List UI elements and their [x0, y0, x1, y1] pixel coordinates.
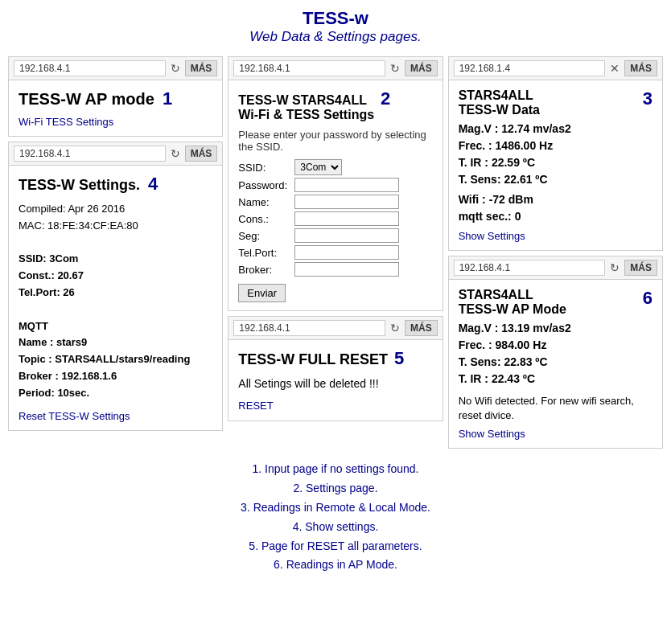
- panel-6-title-row: 6 STARS4ALL TESS-W AP Mode: [459, 288, 652, 317]
- panel-3: 192.168.1.4 ✕ MÁS 3 STARS4ALL TESS-W Dat…: [448, 56, 663, 251]
- panel-6-frec: Frec. : 984.00 Hz: [459, 337, 652, 354]
- page-subtitle: Web Data & Settings pages.: [8, 29, 663, 45]
- panel-3-close-icon[interactable]: ✕: [610, 62, 620, 75]
- panel-2: 192.168.4.1 ↻ MÁS TESS-W STARS4ALL Wi-Fi…: [228, 56, 443, 311]
- telport-input[interactable]: [294, 245, 399, 260]
- seg-field-label: Seg:: [238, 230, 294, 242]
- panel-1-reload-icon[interactable]: ↻: [171, 62, 180, 75]
- panel-1-title: TESS-W AP mode: [19, 90, 154, 109]
- panel-1-mas-button[interactable]: MÁS: [185, 60, 218, 76]
- legend-item: 3. Readings in Remote & Local Mode.: [8, 498, 663, 518]
- panel-5: 192.168.4.1 ↻ MÁS TESS-W FULL RESET 5 Al…: [228, 316, 443, 421]
- panel-5-title: TESS-W FULL RESET: [238, 351, 388, 368]
- panel-2-bar: 192.168.4.1 ↻ MÁS: [228, 57, 442, 80]
- panel-3-t-ir: T. IR : 22.59 ºC: [459, 154, 652, 171]
- panel-5-reload-icon[interactable]: ↻: [390, 322, 400, 334]
- panel-6-reload-icon[interactable]: ↻: [610, 261, 620, 274]
- panel-2-reload-icon[interactable]: ↻: [390, 62, 400, 75]
- panel-2-title-1: TESS-W STARS4ALL: [238, 93, 374, 108]
- panel-2-number: 2: [381, 88, 390, 109]
- panel-1-title-row: TESS-W AP mode 1: [19, 88, 212, 109]
- ssid-field-label: SSID:: [238, 162, 294, 174]
- name-field-label: Name:: [238, 196, 294, 208]
- compiled: Compiled: Apr 26 2016: [19, 201, 212, 218]
- panel-3-network: Wifi : -72 dBm mqtt sec.: 0: [459, 191, 652, 225]
- panel-3-frec: Frec. : 1486.00 Hz: [459, 137, 652, 154]
- name-row: Name:: [238, 195, 432, 209]
- broker-input[interactable]: [294, 262, 399, 277]
- panel-3-title-1: STARS4ALL: [459, 88, 652, 103]
- page-title: TESS-w: [8, 8, 663, 29]
- panel-4-bar: 192.168.4.1 ↻ MÁS: [9, 142, 222, 166]
- panel-3-mag-v: Mag.V : 12.74 mv/as2: [459, 121, 652, 137]
- name-input[interactable]: [294, 195, 399, 209]
- panel-3-wifi: Wifi : -72 dBm: [459, 191, 652, 208]
- panel-4-number: 4: [148, 174, 158, 195]
- panel-2-title-block: TESS-W STARS4ALL Wi-Fi & TESS Settings: [238, 93, 374, 122]
- panel-6-mag-v: Mag.V : 13.19 mv/as2: [459, 320, 652, 337]
- panel-3-data: Mag.V : 12.74 mv/as2 Frec. : 1486.00 Hz …: [459, 121, 652, 188]
- panel-6-show-settings-link[interactable]: Show Settings: [459, 428, 652, 440]
- broker-label: Broker : 192.168.1.6: [19, 370, 117, 382]
- panel-5-description: All Setings will be deleted !!!: [238, 377, 432, 390]
- panel-6-mas-button[interactable]: MÁS: [624, 260, 657, 276]
- panel-1-content: TESS-W AP mode 1 Wi-Fi TESS Settings: [9, 80, 222, 136]
- panel-1-number: 1: [163, 88, 172, 109]
- reset-button[interactable]: RESET: [238, 400, 273, 412]
- page-header: TESS-w Web Data & Settings pages.: [8, 8, 663, 45]
- panel-3-address[interactable]: 192.168.1.4: [454, 60, 606, 76]
- panel-4: 192.168.4.1 ↻ MÁS TESS-W Settings. 4 Com…: [8, 142, 223, 431]
- legend-item: 2. Settings page.: [8, 479, 663, 498]
- panel-4-content: TESS-W Settings. 4 Compiled: Apr 26 2016…: [9, 166, 222, 430]
- panel-3-bar: 192.168.1.4 ✕ MÁS: [449, 57, 662, 80]
- main-layout: 192.168.4.1 ↻ MÁS TESS-W AP mode 1 Wi-Fi…: [8, 56, 663, 449]
- panel-5-bar: 192.168.4.1 ↻ MÁS: [228, 317, 442, 340]
- column-1: 192.168.4.1 ↻ MÁS TESS-W AP mode 1 Wi-Fi…: [8, 56, 223, 431]
- seg-row: Seg:: [238, 228, 432, 243]
- panel-4-reload-icon[interactable]: ↻: [171, 147, 180, 160]
- panel-6-data: Mag.V : 13.19 mv/as2 Frec. : 984.00 Hz T…: [459, 320, 652, 388]
- panel-6-address[interactable]: 192.168.4.1: [454, 260, 606, 276]
- column-2: 192.168.4.1 ↻ MÁS TESS-W STARS4ALL Wi-Fi…: [228, 56, 443, 421]
- ssid-label: SSID: 3Com: [19, 252, 78, 265]
- panel-1-address[interactable]: 192.168.4.1: [14, 60, 166, 76]
- panel-3-mqtt-sec: mqtt sec.: 0: [459, 208, 652, 225]
- cons-field-label: Cons.:: [238, 213, 294, 225]
- panel-6-t-sens: T. Sens: 22.83 ºC: [459, 354, 652, 371]
- panel-6-number: 6: [643, 288, 652, 309]
- panel-5-mas-button[interactable]: MÁS: [405, 320, 438, 336]
- panel-6-no-wifi: No Wifi detected. For new wifi search, r…: [459, 394, 652, 423]
- reset-tess-link[interactable]: Reset TESS-W Settings: [19, 410, 212, 422]
- ssid-row: SSID: 3Com: [238, 159, 432, 175]
- mqtt-section: MQTT: [19, 320, 48, 332]
- seg-input[interactable]: [294, 228, 399, 243]
- submit-button[interactable]: Enviar: [238, 284, 286, 302]
- password-row: Password:: [238, 178, 432, 192]
- panel-4-mas-button[interactable]: MÁS: [185, 146, 218, 162]
- panel-4-address[interactable]: 192.168.4.1: [14, 146, 166, 162]
- const-label: Const.: 20.67: [19, 269, 84, 281]
- column-3: 192.168.1.4 ✕ MÁS 3 STARS4ALL TESS-W Dat…: [448, 56, 663, 449]
- panel-2-description: Please enter your password by selecting …: [238, 129, 432, 153]
- panel-3-number: 3: [643, 88, 652, 109]
- password-input[interactable]: [294, 178, 399, 192]
- cons-input[interactable]: [294, 211, 399, 226]
- panel-5-address[interactable]: 192.168.4.1: [233, 320, 385, 336]
- panel-2-address[interactable]: 192.168.4.1: [233, 60, 385, 76]
- panel-6-title-1: STARS4ALL: [459, 288, 652, 302]
- panel-3-show-settings-link[interactable]: Show Settings: [459, 230, 652, 242]
- panel-6: 192.168.4.1 ↻ MÁS 6 STARS4ALL TESS-W AP …: [448, 256, 663, 449]
- wifi-tess-settings-link[interactable]: Wi-Fi TESS Settings: [19, 116, 212, 128]
- panel-3-content: 3 STARS4ALL TESS-W Data Mag.V : 12.74 mv…: [449, 80, 662, 250]
- panel-3-mas-button[interactable]: MÁS: [624, 60, 657, 76]
- panel-2-mas-button[interactable]: MÁS: [405, 60, 438, 76]
- legend-item: 1. Input page if no settings found.: [8, 460, 663, 479]
- name-label: Name : stars9: [19, 336, 87, 348]
- panel-6-t-ir: T. IR : 22.43 ºC: [459, 371, 652, 388]
- ssid-select[interactable]: 3Com: [294, 159, 342, 175]
- broker-field-label: Broker:: [238, 264, 294, 276]
- telport-row: Tel.Port:: [238, 245, 432, 260]
- panel-4-title-row: TESS-W Settings. 4: [19, 174, 212, 195]
- panel-6-bar: 192.168.4.1 ↻ MÁS: [449, 256, 662, 280]
- telport-field-label: Tel.Port:: [238, 247, 294, 259]
